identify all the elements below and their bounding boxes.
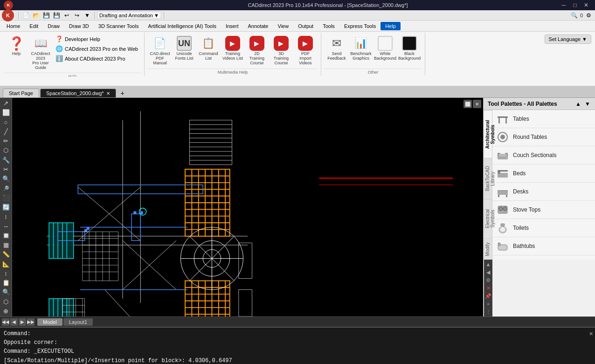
pdf-import-button[interactable]: ▶ PDF ImportVideos xyxy=(294,34,317,67)
menu-help[interactable]: Help xyxy=(381,22,401,30)
menu-express[interactable]: Express Tools xyxy=(339,22,381,30)
benchmark-button[interactable]: 📊 BenchmarkGraphics xyxy=(349,34,373,62)
undo-button[interactable]: ↩ xyxy=(62,11,71,20)
new-button[interactable]: 📄 xyxy=(21,11,30,20)
re-more[interactable]: ⋮ xyxy=(484,308,492,316)
palette-item-desks[interactable]: Desks xyxy=(492,183,595,201)
layout-tab-layout1[interactable]: Layout1 xyxy=(63,318,93,326)
lt-grid-tool[interactable]: ▦ xyxy=(1,240,11,249)
help-button[interactable]: ❓ Help xyxy=(5,34,28,58)
lt-angle-tool[interactable]: 📐 xyxy=(1,260,11,268)
layout-tab-model[interactable]: Model xyxy=(37,318,62,326)
training-2d-button[interactable]: ▶ 2D TrainingCourse xyxy=(245,34,269,67)
palette-item-shower[interactable]: Shower xyxy=(492,255,595,260)
save-as-button[interactable]: 💾 xyxy=(52,11,61,20)
lt-origin-tool[interactable]: ⊕ xyxy=(1,307,11,316)
layout-nav-next[interactable]: ▶ xyxy=(19,318,26,326)
menu-edit[interactable]: Edit xyxy=(25,22,43,30)
menu-home[interactable]: Home xyxy=(2,22,25,30)
palette-item-tables[interactable]: Tables xyxy=(492,110,595,128)
maximize-button[interactable]: □ xyxy=(570,1,580,9)
re-add[interactable]: + xyxy=(484,300,492,308)
palette-item-stove-tops[interactable]: Stove Tops xyxy=(492,201,595,219)
menu-insert[interactable]: Insert xyxy=(221,22,243,30)
web-button[interactable]: 🌐 CADdirect 2023 Pro on the Web xyxy=(53,44,140,53)
palette-scroll-down[interactable]: ▼ xyxy=(584,100,591,108)
tab-start-page[interactable]: Start Page xyxy=(3,89,39,97)
lt-measure-tool[interactable]: 📏 xyxy=(1,250,11,259)
developer-help-button[interactable]: ❓ Developer Help xyxy=(53,34,140,43)
palette-scroll-up[interactable]: ▲ xyxy=(574,100,582,108)
lt-rect-tool[interactable]: ⬜ xyxy=(1,108,11,117)
layout-nav-prev[interactable]: ◀ xyxy=(10,318,18,326)
command-list-button[interactable]: 📋 CommandList xyxy=(197,34,220,62)
re-close[interactable]: ✕ xyxy=(484,284,492,292)
lt-rotate-tool[interactable]: 🔄 xyxy=(1,203,11,212)
white-bg-button[interactable]: WhiteBackground xyxy=(374,34,397,62)
qa-more-button[interactable]: ▼ xyxy=(83,11,92,20)
menu-draw[interactable]: Draw xyxy=(43,22,64,30)
layout-nav-last[interactable]: ▶▶ xyxy=(27,318,35,326)
side-tab-architectural[interactable]: Architectural Symbols xyxy=(484,110,492,158)
save-button[interactable]: 💾 xyxy=(42,11,51,20)
unicode-button[interactable]: UN UnicodeFonts List xyxy=(173,34,196,62)
canvas-area[interactable]: Y X ⬜ ✕ xyxy=(12,98,483,316)
re-expand[interactable]: ◀ xyxy=(484,268,492,276)
lt-select-tool[interactable]: 🔲 xyxy=(1,231,11,240)
lt-mirror-v-tool[interactable]: ↕ xyxy=(1,212,11,221)
palette-item-round-tables[interactable]: Round Tables xyxy=(492,128,595,146)
lt-zoom-out-tool[interactable]: 🔎 xyxy=(1,184,11,192)
lt-arrow-tool[interactable]: ↗ xyxy=(1,99,11,108)
pdf-manual-button[interactable]: 📄 CAD.directPDF Manual xyxy=(148,34,172,67)
layout-nav-first[interactable]: ◀◀ xyxy=(2,318,9,326)
send-feedback-button[interactable]: ✉ SendFeedback xyxy=(325,34,348,62)
set-language-button[interactable]: Set Language ▼ xyxy=(545,34,591,44)
viewport-close-button[interactable]: ✕ xyxy=(473,100,481,108)
viewport-restore-button[interactable]: ⬜ xyxy=(464,100,472,108)
menu-view[interactable]: View xyxy=(273,22,294,30)
lt-trim-tool[interactable]: ✂ xyxy=(1,165,11,174)
black-bg-button[interactable]: BlackBackground xyxy=(398,34,421,62)
open-button[interactable]: 📂 xyxy=(31,11,41,20)
re-scroll-up[interactable]: ▲ xyxy=(484,261,492,268)
palette-item-couch-sectionals[interactable]: Couch Sectionals xyxy=(492,146,595,165)
palette-item-toilets[interactable]: Toilets xyxy=(492,219,595,237)
side-tab-backtocad[interactable]: BackToCAD Library xyxy=(484,158,492,199)
lt-scale-tool[interactable]: ↕ xyxy=(1,269,11,278)
qa-options-button[interactable]: ⚙ xyxy=(584,11,593,20)
menu-ai[interactable]: Artificial Intelligence (AI) Tools xyxy=(143,22,221,30)
training-vids-button[interactable]: ▶ TrainingVideos List xyxy=(221,34,244,62)
close-button[interactable]: ✕ xyxy=(581,1,591,9)
lt-layer-tool[interactable]: 📋 xyxy=(1,278,11,287)
palette-item-bathtubs[interactable]: Bathtubs xyxy=(492,237,595,255)
re-pin[interactable]: 📌 xyxy=(484,292,492,300)
lt-mirror-h-tool[interactable]: ↔ xyxy=(1,221,11,230)
lt-circle-tool[interactable]: ○ xyxy=(1,118,11,127)
lt-line-tool[interactable]: ╱ xyxy=(1,127,11,136)
minimize-button[interactable]: ─ xyxy=(559,1,569,9)
menu-tools[interactable]: Tools xyxy=(318,22,339,30)
lt-zoom-in-tool[interactable]: 🔍 xyxy=(1,174,11,183)
app-logo-qa[interactable]: K xyxy=(2,9,14,21)
lt-edit-tool[interactable]: 🔧 xyxy=(1,156,11,165)
lt-poly-tool[interactable]: ⬡ xyxy=(1,146,11,155)
lt-hex-tool[interactable]: ⬡ xyxy=(1,297,11,306)
about-button[interactable]: ℹ️ About CADdirect 2023 Pro xyxy=(53,54,140,63)
tab-drawing[interactable]: SpaceStation_2000.dwg* ✕ xyxy=(40,89,116,97)
lt-pen-tool[interactable]: ✏ xyxy=(1,137,11,145)
side-tab-modify[interactable]: Modify xyxy=(484,238,492,260)
menu-draw3d[interactable]: Draw 3D xyxy=(64,22,94,30)
lt-fill-tool[interactable]: ⬛ xyxy=(1,193,11,202)
menu-3dscanner[interactable]: 3D Scanner Tools xyxy=(94,22,144,30)
palette-item-beds[interactable]: Beds xyxy=(492,165,595,183)
user-guide-button[interactable]: 📖 CADdirect 2023Pro User Guide xyxy=(29,34,52,72)
menu-annotate[interactable]: Annotate xyxy=(243,22,273,30)
tab-drawing-close[interactable]: ✕ xyxy=(106,91,110,96)
lt-mag-tool[interactable]: 🔍 xyxy=(1,288,11,296)
qa-search-button[interactable]: 🔍 xyxy=(570,11,579,20)
workspace-selector[interactable]: Drafting and Annotation ▼ xyxy=(97,12,161,19)
tab-add-button[interactable]: + xyxy=(117,89,128,97)
menu-output[interactable]: Output xyxy=(293,22,318,30)
re-settings[interactable]: ⚙ xyxy=(484,276,492,284)
side-tab-electrical[interactable]: Electrical Symbols xyxy=(484,199,492,238)
